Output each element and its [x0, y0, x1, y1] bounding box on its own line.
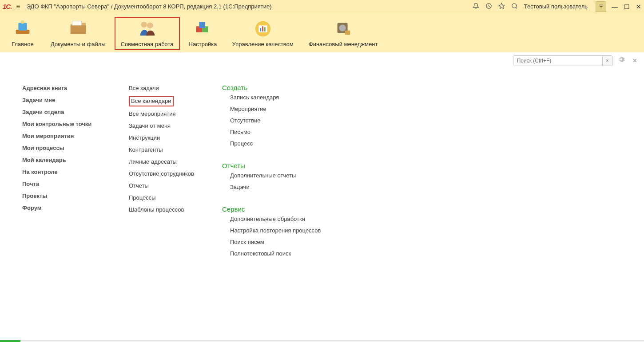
nav-link[interactable]: Личные адресаты — [129, 157, 204, 166]
maximize-button[interactable]: ☐ — [624, 3, 630, 10]
star-icon[interactable] — [498, 3, 505, 11]
section-label: Документы и файлы — [51, 41, 106, 47]
nav-column-3: Создать Запись календаря Мероприятие Отс… — [222, 84, 338, 269]
collaboration-icon — [137, 19, 157, 39]
filter-icon[interactable] — [596, 1, 606, 12]
main-icon — [12, 19, 33, 39]
close-panel-button[interactable]: × — [630, 57, 640, 65]
nav-link[interactable]: Почта — [22, 180, 111, 189]
nav-link[interactable]: Мой календарь — [22, 156, 111, 165]
search-input[interactable] — [513, 56, 602, 66]
nav-link[interactable]: Мои контрольные точки — [22, 120, 111, 129]
create-link[interactable]: Запись календаря — [230, 93, 338, 102]
nav-column-1: Адресная книга Задачи мне Задачи отдела … — [22, 84, 111, 269]
bell-icon[interactable] — [473, 3, 479, 11]
nav-link[interactable]: Инструкции — [129, 134, 204, 142]
create-link[interactable]: Мероприятие — [230, 105, 338, 114]
search-clear-button[interactable]: × — [602, 56, 612, 66]
nav-link[interactable]: На контроле — [22, 168, 111, 177]
section-collaboration[interactable]: Совместная работа — [115, 17, 180, 50]
documents-icon — [68, 19, 88, 39]
gear-icon[interactable] — [615, 55, 628, 66]
section-settings[interactable]: Настройка — [183, 17, 223, 50]
svg-point-1 — [512, 3, 517, 8]
search-box: × — [513, 55, 612, 66]
service-link[interactable]: Дополнительные обработки — [230, 215, 338, 224]
svg-rect-21 — [345, 31, 350, 35]
section-bar: Главное Документы и файлы Совместная раб… — [0, 13, 644, 52]
section-label: Управление качеством — [232, 41, 294, 47]
section-label: Главное — [10, 41, 36, 47]
search-icon[interactable] — [511, 3, 518, 11]
svg-point-9 — [141, 22, 147, 28]
nav-link[interactable]: Задачи от меня — [129, 122, 204, 130]
svg-rect-13 — [199, 22, 205, 28]
section-quality[interactable]: Управление качеством — [226, 17, 300, 50]
nav-link[interactable]: Отсутствие сотрудников — [129, 169, 204, 178]
svg-point-7 — [21, 20, 24, 24]
group-head-create: Создать — [222, 84, 338, 91]
svg-point-10 — [147, 23, 153, 28]
section-documents[interactable]: Документы и файлы — [44, 17, 112, 50]
nav-link[interactable]: Контрагенты — [129, 145, 204, 154]
nav-link-all-calendars[interactable]: Все календари — [129, 96, 174, 106]
create-link[interactable]: Процесс — [230, 139, 338, 148]
content-area: Адресная книга Задачи мне Задачи отдела … — [0, 66, 644, 287]
status-bar — [0, 340, 644, 342]
report-link[interactable]: Задачи — [230, 183, 338, 192]
nav-link[interactable]: Все задачи — [129, 84, 204, 93]
nav-link[interactable]: Процессы — [129, 193, 204, 202]
section-label: Настройка — [189, 41, 217, 47]
settings-icon — [193, 19, 213, 39]
create-link[interactable]: Письмо — [230, 128, 338, 137]
svg-point-20 — [339, 24, 346, 31]
group-head-service: Сервис — [222, 205, 338, 213]
service-link[interactable]: Полнотекстовый поиск — [230, 249, 338, 258]
minimize-button[interactable]: — — [612, 3, 618, 10]
app-logo: 1C — [3, 3, 12, 10]
nav-link[interactable]: Проекты — [22, 192, 111, 200]
nav-link[interactable]: Шаблоны процессов — [129, 205, 204, 214]
finance-icon — [333, 19, 354, 39]
service-link[interactable]: Поиск писем — [230, 238, 338, 247]
svg-rect-6 — [18, 23, 27, 31]
group-head-reports: Отчеты — [222, 162, 338, 169]
service-link[interactable]: Настройка повторения процессов — [230, 226, 338, 235]
nav-link[interactable]: Задачи отдела — [22, 108, 111, 117]
user-name[interactable]: Тестовый пользователь — [524, 3, 588, 10]
svg-marker-0 — [499, 3, 505, 8]
nav-link[interactable]: Мои мероприятия — [22, 132, 111, 141]
svg-rect-18 — [264, 27, 266, 31]
section-label: Совместная работа — [121, 41, 174, 47]
section-label: Финансовый менеджмент — [309, 41, 378, 47]
quality-icon — [253, 19, 273, 39]
close-button[interactable]: ✕ — [636, 3, 641, 10]
nav-link[interactable]: Мои процессы — [22, 144, 111, 153]
menu-icon[interactable]: ≡ — [16, 3, 20, 11]
section-finance[interactable]: Финансовый менеджмент — [302, 17, 384, 50]
svg-rect-17 — [262, 26, 263, 31]
nav-link[interactable]: Отчеты — [129, 181, 204, 190]
history-icon[interactable] — [485, 3, 492, 11]
create-link[interactable]: Отсутствие — [230, 116, 338, 125]
window-title: ЭДО ФКП "Аэропорты Севера" / Документооб… — [27, 3, 272, 10]
nav-column-2: Все задачи Все календари Все мероприятия… — [129, 84, 204, 269]
report-link[interactable]: Дополнительные отчеты — [230, 171, 338, 180]
svg-rect-16 — [260, 28, 261, 31]
nav-link[interactable]: Форум — [22, 204, 111, 212]
nav-link[interactable]: Все мероприятия — [129, 110, 204, 118]
section-main[interactable]: Главное — [4, 17, 42, 50]
nav-link[interactable]: Задачи мне — [22, 96, 111, 105]
nav-link[interactable]: Адресная книга — [22, 84, 111, 93]
